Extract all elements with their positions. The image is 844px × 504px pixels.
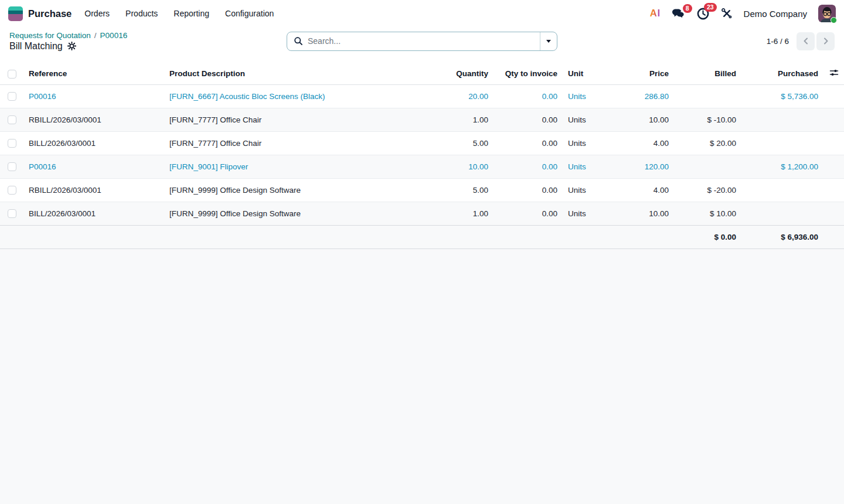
row-checkbox[interactable] — [8, 115, 16, 124]
cell-price[interactable]: 4.00 — [615, 131, 674, 155]
col-price[interactable]: Price — [615, 63, 674, 84]
cell-reference[interactable]: RBILL/2026/03/0001 — [23, 178, 164, 202]
pager-previous-button[interactable] — [797, 32, 815, 50]
cell-product-description[interactable]: [FURN_6667] Acoustic Bloc Screens (Black… — [164, 84, 382, 108]
breadcrumb-parent-link[interactable]: Requests for Quotation — [9, 31, 91, 40]
cell-price[interactable]: 120.00 — [615, 155, 674, 178]
cell-reference[interactable]: BILL/2026/03/0001 — [23, 202, 164, 225]
col-product-description[interactable]: Product Description — [164, 63, 382, 84]
wrench-screwdriver-icon — [721, 8, 733, 19]
row-checkbox[interactable] — [8, 92, 16, 101]
purchased-total: $ 6,936.00 — [741, 226, 823, 249]
cell-unit[interactable]: Units — [563, 178, 615, 202]
list-view: Reference Product Description Quantity Q… — [0, 63, 844, 226]
breadcrumb-separator: / — [94, 31, 97, 40]
cell-price[interactable]: 10.00 — [615, 108, 674, 131]
col-purchased[interactable]: Purchased — [741, 63, 823, 84]
search-input[interactable] — [308, 36, 540, 46]
cell-product-description[interactable]: [FURN_7777] Office Chair — [164, 108, 382, 131]
col-qty-to-invoice[interactable]: Qty to invoice — [494, 63, 563, 84]
cell-unit[interactable]: Units — [563, 108, 615, 131]
cell-quantity[interactable]: 5.00 — [382, 131, 494, 155]
purchase-app-icon — [8, 6, 23, 21]
cell-billed[interactable]: $ -10.00 — [674, 108, 741, 131]
chevron-left-icon — [802, 38, 809, 45]
menu-reporting[interactable]: Reporting — [173, 6, 209, 21]
cell-billed[interactable] — [674, 84, 741, 108]
cell-quantity[interactable]: 1.00 — [382, 108, 494, 131]
cell-product-description[interactable]: [FURN_9999] Office Design Software — [164, 202, 382, 225]
cell-quantity[interactable]: 20.00 — [382, 84, 494, 108]
table-row[interactable]: RBILL/2026/03/0001 [FURN_7777] Office Ch… — [0, 108, 844, 131]
cell-qty-to-invoice[interactable]: 0.00 — [494, 84, 563, 108]
activities-button[interactable]: 23 — [696, 7, 710, 21]
app-name[interactable]: Purchase — [28, 8, 72, 19]
cell-price[interactable]: 4.00 — [615, 178, 674, 202]
cell-purchased[interactable]: $ 1,200.00 — [741, 155, 823, 178]
app-menu-button[interactable]: Purchase — [8, 6, 72, 21]
search-dropdown-toggle[interactable] — [540, 32, 557, 50]
optional-columns-icon[interactable] — [829, 69, 839, 77]
cell-purchased[interactable] — [741, 131, 823, 155]
cell-unit[interactable]: Units — [563, 84, 615, 108]
table-header-row: Reference Product Description Quantity Q… — [0, 63, 844, 84]
cell-qty-to-invoice[interactable]: 0.00 — [494, 108, 563, 131]
cell-billed[interactable]: $ 10.00 — [674, 202, 741, 225]
table-row[interactable]: BILL/2026/03/0001 [FURN_9999] Office Des… — [0, 202, 844, 225]
cell-reference[interactable]: P00016 — [23, 84, 164, 108]
row-checkbox[interactable] — [8, 186, 16, 195]
cell-purchased[interactable] — [741, 108, 823, 131]
debug-tools-button[interactable] — [721, 8, 733, 19]
cell-quantity[interactable]: 5.00 — [382, 178, 494, 202]
control-panel: Requests for Quotation / P00016 Bill Mat… — [0, 27, 844, 55]
cell-qty-to-invoice[interactable]: 0.00 — [494, 155, 563, 178]
company-switcher[interactable]: Demo Company — [744, 9, 807, 19]
col-billed[interactable]: Billed — [674, 63, 741, 84]
cell-purchased[interactable] — [741, 178, 823, 202]
cell-quantity[interactable]: 1.00 — [382, 202, 494, 225]
cell-reference[interactable]: P00016 — [23, 155, 164, 178]
page-title: Bill Matching — [9, 41, 63, 52]
row-checkbox[interactable] — [8, 139, 16, 148]
cell-quantity[interactable]: 10.00 — [382, 155, 494, 178]
cell-unit[interactable]: Units — [563, 202, 615, 225]
menu-products[interactable]: Products — [125, 6, 158, 21]
cell-product-description[interactable]: [FURN_7777] Office Chair — [164, 131, 382, 155]
row-checkbox[interactable] — [8, 209, 16, 218]
col-reference[interactable]: Reference — [23, 63, 164, 84]
breadcrumb-doc-link[interactable]: P00016 — [100, 31, 128, 40]
cell-billed[interactable] — [674, 155, 741, 178]
online-status-dot — [831, 17, 837, 23]
pager-next-button[interactable] — [816, 32, 835, 50]
cell-purchased[interactable] — [741, 202, 823, 225]
cell-qty-to-invoice[interactable]: 0.00 — [494, 178, 563, 202]
cell-billed[interactable]: $ 20.00 — [674, 131, 741, 155]
user-avatar[interactable] — [818, 5, 836, 22]
cell-price[interactable]: 286.80 — [615, 84, 674, 108]
col-quantity[interactable]: Quantity — [382, 63, 494, 84]
row-checkbox[interactable] — [8, 162, 16, 171]
cell-reference[interactable]: BILL/2026/03/0001 — [23, 131, 164, 155]
cell-reference[interactable]: RBILL/2026/03/0001 — [23, 108, 164, 131]
list-footer-area: $ 0.00 $ 6,936.00 — [0, 226, 844, 504]
cell-unit[interactable]: Units — [563, 131, 615, 155]
table-row[interactable]: P00016 [FURN_6667] Acoustic Bloc Screens… — [0, 84, 844, 108]
cell-qty-to-invoice[interactable]: 0.00 — [494, 202, 563, 225]
menu-orders[interactable]: Orders — [84, 6, 110, 21]
messages-button[interactable]: 8 — [672, 8, 685, 19]
menu-configuration[interactable]: Configuration — [225, 6, 274, 21]
action-menu-gear-icon[interactable] — [67, 42, 76, 50]
select-all-checkbox[interactable] — [8, 70, 16, 79]
cell-product-description[interactable]: [FURN_9999] Office Design Software — [164, 178, 382, 202]
table-row[interactable]: P00016 [FURN_9001] Flipover 10.00 0.00 U… — [0, 155, 844, 178]
cell-product-description[interactable]: [FURN_9001] Flipover — [164, 155, 382, 178]
cell-billed[interactable]: $ -20.00 — [674, 178, 741, 202]
cell-price[interactable]: 10.00 — [615, 202, 674, 225]
cell-unit[interactable]: Units — [563, 155, 615, 178]
col-unit[interactable]: Unit — [563, 63, 615, 84]
cell-purchased[interactable]: $ 5,736.00 — [741, 84, 823, 108]
ai-assistant-icon[interactable]: AI — [650, 8, 661, 19]
cell-qty-to-invoice[interactable]: 0.00 — [494, 131, 563, 155]
table-row[interactable]: BILL/2026/03/0001 [FURN_7777] Office Cha… — [0, 131, 844, 155]
table-row[interactable]: RBILL/2026/03/0001 [FURN_9999] Office De… — [0, 178, 844, 202]
